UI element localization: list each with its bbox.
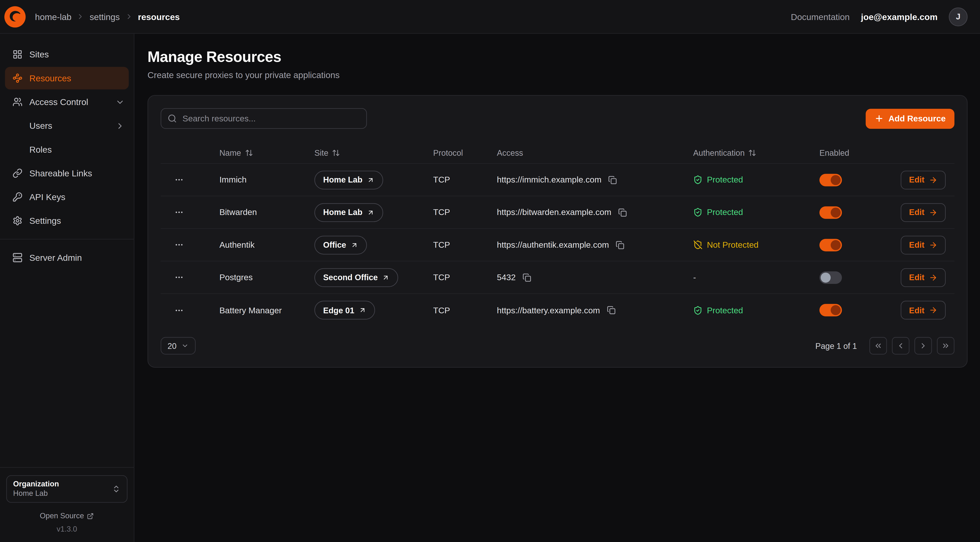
last-page-button[interactable] <box>937 337 955 355</box>
site-link[interactable]: Home Lab <box>314 203 383 222</box>
edit-button[interactable]: Edit <box>901 236 946 254</box>
copy-button[interactable] <box>606 304 617 316</box>
site-link[interactable]: Second Office <box>314 268 398 287</box>
column-name[interactable]: Name <box>220 148 314 157</box>
copy-icon <box>523 273 531 282</box>
ellipsis-icon <box>175 208 184 217</box>
prev-page-button[interactable] <box>892 337 910 355</box>
copy-icon <box>607 306 616 314</box>
copy-button[interactable] <box>607 174 619 185</box>
arrow-up-right-icon <box>367 176 374 183</box>
edit-button[interactable]: Edit <box>901 268 946 287</box>
row-menu-button[interactable] <box>172 238 186 252</box>
column-authentication[interactable]: Authentication <box>693 148 819 157</box>
column-site[interactable]: Site <box>314 148 433 157</box>
sidebar-divider <box>0 239 134 239</box>
sidebar-item-sites[interactable]: Sites <box>0 43 134 66</box>
table-header: Name Site Protocol Access <box>161 142 955 164</box>
auth-status: Protected <box>707 208 743 217</box>
toggle-knob <box>830 175 841 185</box>
waypoints-icon <box>13 73 22 83</box>
pangolin-logo[interactable] <box>4 5 26 28</box>
sidebar-item-users[interactable]: Users <box>0 114 134 137</box>
breadcrumb-org[interactable]: home-lab <box>35 12 72 22</box>
copy-button[interactable] <box>521 272 533 283</box>
edit-button[interactable]: Edit <box>901 301 946 320</box>
toggle-knob <box>830 305 841 315</box>
resources-card: Add Resource Name Site <box>148 95 967 368</box>
access-url: https://battery.example.com <box>497 306 600 315</box>
sidebar-item-label: Server Admin <box>29 253 82 263</box>
arrow-right-icon <box>929 175 937 184</box>
resources-table: Name Site Protocol Access <box>161 142 955 327</box>
sidebar-item-server-admin[interactable]: Server Admin <box>0 245 134 269</box>
row-menu-button[interactable] <box>172 172 186 187</box>
resource-protocol: TCP <box>433 306 497 315</box>
copy-button[interactable] <box>615 239 626 250</box>
next-page-button[interactable] <box>915 337 932 355</box>
sidebar-item-api-keys[interactable]: API Keys <box>0 185 134 209</box>
page-size-select[interactable]: 20 <box>161 337 196 355</box>
site-link[interactable]: Office <box>314 236 367 254</box>
open-source-link[interactable]: Open Source <box>6 512 128 520</box>
row-menu-button[interactable] <box>172 303 186 317</box>
key-icon <box>13 192 22 202</box>
enabled-toggle[interactable] <box>819 239 842 251</box>
resource-name: Immich <box>220 175 314 185</box>
edit-button[interactable]: Edit <box>901 171 946 189</box>
site-link[interactable]: Edge 01 <box>314 301 375 320</box>
sidebar-item-access-control[interactable]: Access Control <box>0 90 134 114</box>
organization-selector[interactable]: Organization Home Lab <box>6 475 128 503</box>
arrow-right-icon <box>929 306 937 314</box>
column-enabled: Enabled <box>819 148 904 157</box>
table-row: Bitwarden Home Lab TCP https://bitwarden… <box>161 196 955 229</box>
plus-icon <box>875 114 884 123</box>
toggle-knob <box>830 207 841 217</box>
add-resource-button[interactable]: Add Resource <box>866 108 955 129</box>
page-info: Page 1 of 1 <box>815 341 857 351</box>
ellipsis-icon <box>175 306 184 315</box>
edit-button[interactable]: Edit <box>901 203 946 222</box>
app-root: home-lab settings resources Documentatio… <box>0 0 980 542</box>
row-menu-button[interactable] <box>172 270 186 284</box>
sidebar-item-shareable-links[interactable]: Shareable Links <box>0 161 134 185</box>
auth-status: Protected <box>707 175 743 185</box>
ellipsis-icon <box>175 240 184 250</box>
main-content: Manage Resources Create secure proxies t… <box>134 34 980 542</box>
external-link-icon <box>87 512 94 519</box>
documentation-link[interactable]: Documentation <box>791 12 850 22</box>
site-link[interactable]: Home Lab <box>314 171 383 189</box>
column-access: Access <box>497 148 693 157</box>
access-port: 5432 <box>497 273 515 282</box>
users-icon <box>13 97 22 107</box>
auth-status: Protected <box>707 306 743 315</box>
sidebar-item-label: Roles <box>29 145 52 155</box>
sidebar-item-resources[interactable]: Resources <box>5 67 129 89</box>
enabled-toggle[interactable] <box>819 271 842 284</box>
ellipsis-icon <box>175 175 184 185</box>
gear-icon <box>13 216 22 226</box>
open-source-label: Open Source <box>40 512 84 520</box>
enabled-toggle[interactable] <box>819 174 842 186</box>
avatar[interactable]: J <box>949 7 967 26</box>
sort-icon <box>332 148 340 157</box>
sidebar-item-roles[interactable]: Roles <box>0 137 134 161</box>
page-title: Manage Resources <box>148 48 967 66</box>
sidebar-footer: Organization Home Lab Open Source v1.3.0 <box>0 467 134 542</box>
user-email[interactable]: joe@example.com <box>861 12 937 22</box>
breadcrumb-settings[interactable]: settings <box>90 12 120 22</box>
arrow-up-right-icon <box>382 274 390 281</box>
access-url: https://immich.example.com <box>497 175 601 185</box>
toggle-knob <box>821 272 830 282</box>
resource-protocol: TCP <box>433 273 497 282</box>
enabled-toggle[interactable] <box>819 206 842 218</box>
enabled-toggle[interactable] <box>819 304 842 316</box>
sidebar-item-label: API Keys <box>29 192 65 202</box>
link-icon <box>13 168 22 178</box>
chevron-down-icon <box>181 342 189 350</box>
first-page-button[interactable] <box>869 337 887 355</box>
row-menu-button[interactable] <box>172 205 186 220</box>
copy-button[interactable] <box>617 207 628 218</box>
search-input[interactable] <box>161 108 367 129</box>
sidebar-item-settings[interactable]: Settings <box>0 209 134 233</box>
